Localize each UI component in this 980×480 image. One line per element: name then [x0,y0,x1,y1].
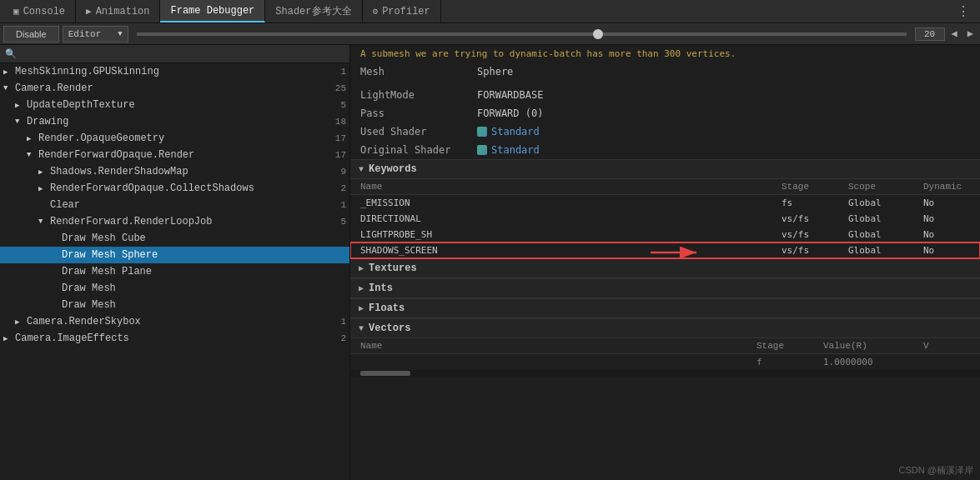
tree-arrow-icon: ▶ [38,184,50,193]
tab-animation[interactable]: ▶ Animation [76,0,160,22]
tree-item-label: Draw Mesh Cube [62,232,346,244]
tree-item-count: 5 [340,100,346,110]
frame-slider[interactable] [137,32,907,36]
textures-section-header[interactable]: ▶ Textures [350,258,980,278]
vectors-expand-icon: ▼ [359,324,364,333]
tree-item[interactable]: ▼Camera.Render25 [0,80,349,97]
disable-button[interactable]: Disable [3,26,59,42]
kw-scope: Global [838,211,913,227]
tree-item-count: 9 [340,167,346,177]
tab-profiler[interactable]: ⚙ Profiler [363,0,441,22]
tree-item[interactable]: ▼RenderForwardOpaque.Render17 [0,147,349,163]
col-scope: Scope [838,179,913,195]
kw-name: LIGHTPROBE_SH [350,227,771,242]
tab-profiler-label: Profiler [382,6,430,18]
floats-section-header[interactable]: ▶ Floats [350,298,980,318]
keywords-table-header: Name Stage Scope Dynamic [350,179,980,195]
keywords-table: Name Stage Scope Dynamic _EMISSIONfsGlob… [350,179,980,258]
tree-item[interactable]: Draw Mesh Cube [0,230,349,247]
tree-item[interactable]: Draw Mesh Sphere [0,247,349,263]
left-panel: 🔍 ▶MeshSkinning.GPUSkinning1▼Camera.Rend… [0,45,350,480]
tab-console[interactable]: ▣ Console [3,0,76,22]
toolbar: Disable Editor ▼ 20 ◀ ▶ [0,23,980,45]
keywords-table-body: _EMISSIONfsGlobalNoDIRECTIONALvs/fsGloba… [350,195,980,259]
used-shader-row: Used Shader Standard [350,122,980,141]
tree-item[interactable]: Clear1 [0,197,349,213]
tree-item-count: 1 [340,200,346,210]
mesh-value: Sphere [477,66,513,78]
original-shader-icon [477,145,487,155]
tree-item[interactable]: Draw Mesh [0,280,349,297]
ints-section-header[interactable]: ▶ Ints [350,278,980,298]
editor-select[interactable]: Editor ▼ [63,26,128,42]
tree-item[interactable]: ▶Shadows.RenderShadowMap9 [0,163,349,180]
tree-item[interactable]: ▶Camera.RenderSkybox1 [0,313,349,330]
keywords-section-header[interactable]: ▼ Keywords [350,159,980,179]
lightmode-value: FORWARDBASE [477,89,543,101]
vec-col-value: Value(R) [813,338,913,354]
tab-frame-debugger[interactable]: Frame Debugger [160,0,265,22]
tree-item-count: 18 [335,117,346,127]
tab-more-button[interactable]: ⋮ [950,3,977,20]
kw-stage: vs/fs [771,211,838,227]
tree-item-label: Shadows.RenderShadowMap [50,166,337,178]
pass-row: Pass FORWARD (0) [350,104,980,122]
frame-number[interactable]: 20 [915,28,945,41]
vectors-table-header: Name Stage Value(R) V [350,338,980,354]
kw-dynamic: No [913,242,980,258]
tree-item-count: 1 [340,317,346,327]
tree-item[interactable]: ▶UpdateDepthTexture5 [0,97,349,113]
prev-frame-button[interactable]: ◀ [948,28,961,40]
tree-item[interactable]: ▼RenderForward.RenderLoopJob5 [0,213,349,230]
table-row: f 1.0000000 [350,354,980,371]
search-bar: 🔍 [0,45,349,63]
slider-container [132,32,912,36]
tree-item[interactable]: Draw Mesh Plane [0,263,349,280]
slider-thumb[interactable] [593,29,603,39]
tree-item-count: 2 [340,183,346,193]
tree-item[interactable]: ▶RenderForwardOpaque.CollectShadows2 [0,180,349,197]
vectors-section-header[interactable]: ▼ Vectors [350,318,980,338]
tree-arrow-icon: ▶ [3,334,15,343]
tree-item-label: Camera.RenderSkybox [27,316,337,328]
tree-container: ▶MeshSkinning.GPUSkinning1▼Camera.Render… [0,63,349,347]
floats-expand-icon: ▶ [359,303,364,313]
tree-arrow-icon: ▶ [27,134,38,143]
original-shader-value[interactable]: Standard [477,144,540,156]
tree-item[interactable]: ▶MeshSkinning.GPUSkinning1 [0,63,349,80]
col-name: Name [350,179,771,195]
floats-section-label: Floats [369,302,405,314]
kw-scope: Global [838,242,913,258]
tree-item-label: Camera.ImageEffects [15,332,337,344]
profiler-icon: ⚙ [373,6,379,17]
tree-item-label: Draw Mesh Plane [62,266,346,278]
used-shader-value[interactable]: Standard [477,126,540,138]
tree-arrow-icon: ▼ [15,118,27,126]
vec-col-v: V [913,338,980,354]
search-input[interactable] [20,49,344,59]
tree-item-label: Draw Mesh [62,282,346,294]
tree-item-count: 17 [335,133,346,143]
watermark: CSDN @楠溪泽岸 [899,464,973,477]
vec-v [913,354,980,371]
mesh-label: Mesh [360,66,477,78]
tree-item[interactable]: ▼Drawing18 [0,113,349,130]
next-frame-button[interactable]: ▶ [964,28,977,40]
horizontal-scrollbar[interactable] [350,370,980,377]
tree-item[interactable]: ▶Camera.ImageEffects2 [0,330,349,347]
kw-dynamic: No [913,227,980,242]
original-shader-label: Original Shader [360,144,477,156]
kw-name: DIRECTIONAL [350,211,771,227]
kw-scope: Global [838,195,913,212]
tree-item-count: 2 [340,333,346,343]
right-panel: A submesh we are trying to dynamic-batch… [350,45,980,480]
tree-item[interactable]: ▶Render.OpaqueGeometry17 [0,130,349,147]
tree-item-label: Render.OpaqueGeometry [38,132,332,144]
tree-item-count: 17 [335,150,346,160]
tab-shader-ref[interactable]: Shader参考大全 [265,0,362,22]
scrollbar-thumb-h[interactable] [360,371,410,376]
col-dynamic: Dynamic [913,179,980,195]
tree-item[interactable]: Draw Mesh [0,297,349,313]
ints-section-label: Ints [369,282,393,294]
textures-expand-icon: ▶ [359,263,364,273]
